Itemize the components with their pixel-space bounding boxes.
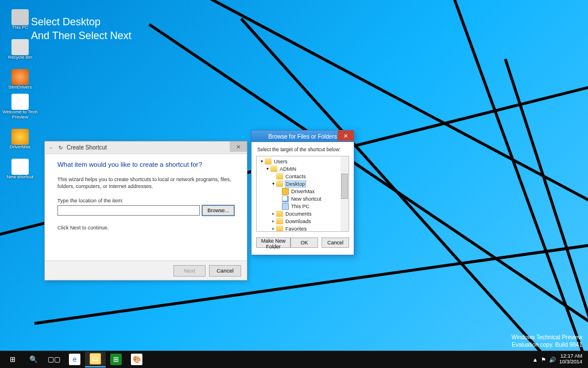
taskbar: ⊞🔍▢▢e🗂⊞🎨▲⚑🔊12:17 AM10/3/2014 [0,351,588,368]
location-input[interactable] [57,205,200,216]
tray-icon-0[interactable]: ▲ [532,356,538,363]
location-label: Type the location of the item: [57,198,234,204]
taskbar-start-button[interactable]: ⊞ [2,351,23,367]
tree-item-label: DriverMax [291,189,315,194]
desktop-icon-slimdrivers[interactable]: SlimDrivers [1,61,39,90]
store-icon: ⊞ [110,354,122,365]
taskbar-store-button[interactable]: ⊞ [106,351,126,367]
desktop-icon-glyph [11,129,29,145]
overlay-instructions: Select Desktop And Then Select Next [31,15,131,43]
file-explorer-icon: 🗂 [90,353,101,365]
tree-scrollbar[interactable] [341,156,349,231]
desktop-icon-glyph [11,159,29,175]
expand-arrow-icon[interactable]: ▾ [259,159,265,164]
cancel-button[interactable]: Cancel [209,265,241,277]
wizard-heading: What item would you like to create a sho… [57,161,234,168]
expand-arrow-icon[interactable]: ▾ [265,166,270,171]
task-view-icon: ▢▢ [48,354,60,365]
taskbar-clock[interactable]: 12:17 AM10/3/2014 [559,354,582,365]
browse-footer: Make New Folder OK Cancel [252,235,354,250]
desktop-icon-glyph [11,94,29,110]
wizard-description: This wizard helps you to create shortcut… [57,176,234,190]
desktop-icon-label: SlimDrivers [9,85,32,90]
tree-item-label: New shortcut [291,196,322,202]
tree-item-this-pc[interactable]: This PC [258,202,349,210]
close-icon[interactable]: ✕ [230,141,247,152]
taskbar-search-button[interactable]: 🔍 [23,351,44,367]
tray-icon-1[interactable]: ⚑ [541,356,546,363]
expand-arrow-icon[interactable]: ▸ [270,226,276,231]
ie-icon: e [69,354,80,365]
tree-item-new-shortcut[interactable]: New shortcut [258,195,349,202]
desktop-icon-drivermax[interactable]: DriverMax [1,121,39,150]
browse-titlebar[interactable]: Browse for Files or Folders ✕ [252,131,354,142]
system-tray: ▲⚑🔊12:17 AM10/3/2014 [532,354,586,365]
folder-icon [265,158,272,164]
taskbar-ie-button[interactable]: e [64,351,85,367]
link-icon [282,195,289,202]
folder-icon [276,225,283,232]
next-button[interactable]: Next [173,265,206,277]
start-icon: ⊞ [7,354,18,365]
wizard-hint: Click Next to continue. [57,225,234,231]
drv-icon [282,188,289,194]
folder-icon [276,218,283,224]
tree-item-label: ADMIN [279,166,297,172]
folder-tree: ▾Users▾ADMINContacts▾DesktopDriverMaxNew… [257,156,349,232]
tree-item-downloads[interactable]: ▸Downloads [258,217,349,225]
browse-button[interactable]: Browse... [202,205,234,216]
desktop-icon-glyph [11,39,29,55]
folder-icon [270,166,277,172]
expand-arrow-icon[interactable]: ▸ [270,218,276,224]
folder-icon [276,173,283,179]
wizard-footer: Next Cancel [45,260,247,280]
instruction-line-1: Select Desktop [31,15,131,29]
tree-item-label: This PC [291,204,310,209]
back-icon[interactable]: ← [47,144,55,151]
tree-item-favorites[interactable]: ▸Favorites [258,225,349,232]
folder-icon [276,210,283,217]
desktop-icon-glyph [11,9,29,25]
windows-watermark: Windows Technical Preview Evaluation cop… [512,334,582,348]
folder-icon [276,181,283,187]
ok-button[interactable]: OK [291,237,318,248]
browse-instruction: Select the target of the shortcut below: [252,142,354,156]
tree-item-contacts[interactable]: Contacts [258,172,349,180]
taskbar-paint-button[interactable]: 🎨 [126,351,147,367]
watermark-line-1: Windows Technical Preview [512,334,582,342]
tree-item-users[interactable]: ▾Users [258,158,349,165]
taskbar-task-view-button[interactable]: ▢▢ [44,351,64,367]
tree-item-drivermax[interactable]: DriverMax [258,187,349,195]
tree-item-admin[interactable]: ▾ADMIN [258,165,349,172]
desktop-icon-welcome-to-tech-preview[interactable]: Welcome to Tech Preview [1,91,39,120]
tree-item-desktop[interactable]: ▾Desktop [258,180,349,187]
wizard-body: What item would you like to create a sho… [45,154,247,260]
tree-item-label: Favorites [285,226,307,232]
clock-date: 10/3/2014 [559,359,582,365]
folder-tree-container: ▾Users▾ADMINContacts▾DesktopDriverMaxNew… [256,156,349,232]
tree-item-label: Documents [285,211,312,217]
tray-icon-2[interactable]: 🔊 [549,356,556,363]
tree-item-label: Downloads [285,218,312,224]
browse-dialog: Browse for Files or Folders ✕ Select the… [251,130,354,255]
search-icon: 🔍 [28,354,39,365]
desktop-icon-label: Recycle Bin [8,55,32,60]
expand-arrow-icon[interactable]: ▾ [270,181,276,186]
desktop-icon-new-shortcut[interactable]: New shortcut [1,151,39,179]
desktop-icon-label: This PC [12,25,28,30]
cancel-button[interactable]: Cancel [322,237,349,248]
tree-item-label: Desktop [285,181,306,187]
create-shortcut-window: ← ↻ Create Shortcut ✕ What item would yo… [44,141,247,281]
scrollbar-thumb[interactable] [341,174,348,199]
tree-item-documents[interactable]: ▸Documents [258,210,349,217]
desktop-icon-label: New shortcut [7,175,34,179]
close-icon[interactable]: ✕ [338,131,354,141]
expand-arrow-icon[interactable]: ▸ [270,211,276,216]
tree-item-label: Users [273,159,288,164]
make-new-folder-button[interactable]: Make New Folder [256,237,291,248]
wizard-titlebar[interactable]: ← ↻ Create Shortcut ✕ [45,141,247,154]
instruction-line-2: And Then Select Next [31,29,131,43]
desktop-icon-label: DriverMax [10,145,30,150]
taskbar-file-explorer-button[interactable]: 🗂 [85,351,106,367]
watermark-line-2: Evaluation copy. Build 9841 [512,342,582,349]
